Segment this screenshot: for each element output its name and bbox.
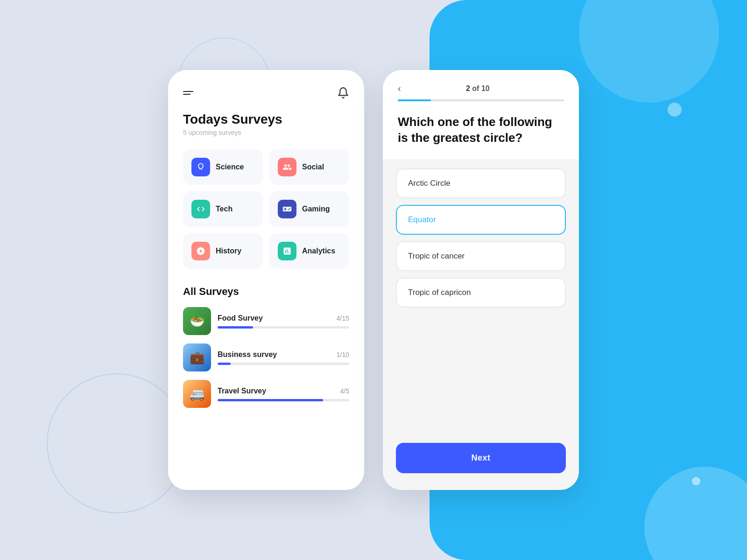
progress-label: 2 of 10 [406, 84, 550, 93]
option-tropic-capricorn[interactable]: Tropic of capricon [396, 278, 566, 308]
gaming-icon [278, 200, 296, 218]
travel-survey-name-row: Travel Survey 4/5 [218, 387, 349, 395]
food-progress-fill [218, 326, 253, 329]
travel-progress-fill [218, 399, 323, 401]
food-survey-info: Food Survey 4/15 [218, 314, 349, 329]
option-tropic-cancer-label: Tropic of cancer [408, 252, 465, 260]
category-tech[interactable]: Tech [183, 191, 263, 227]
food-survey-count: 4/15 [337, 315, 349, 322]
category-science-label: Science [216, 163, 244, 171]
category-social-label: Social [302, 163, 324, 171]
business-progress-fill [218, 363, 231, 365]
progress-of: of [472, 84, 479, 92]
quiz-question: Which one of the following is the greate… [398, 114, 564, 146]
survey-item-food[interactable]: 🥗 Food Survey 4/15 [183, 307, 349, 335]
phone-header [183, 87, 349, 99]
next-button[interactable]: Next [396, 443, 566, 473]
progress-total: 10 [481, 84, 490, 92]
categories-grid: Science Social Tech Gaming [183, 149, 349, 269]
food-survey-name: Food Survey [218, 314, 263, 322]
business-survey-info: Business survey 1/10 [218, 350, 349, 365]
bg-deco-circle-mid2 [692, 477, 700, 485]
tech-icon [191, 200, 210, 218]
survey-list: 🥗 Food Survey 4/15 💼 Business survey [183, 307, 349, 408]
all-surveys-title: All Surveys [183, 286, 349, 298]
food-survey-name-row: Food Survey 4/15 [218, 314, 349, 322]
category-history-label: History [216, 247, 241, 255]
progress-current: 2 [466, 84, 470, 92]
business-survey-name-row: Business survey 1/10 [218, 350, 349, 359]
analytics-icon [278, 242, 296, 260]
option-arctic-label: Arctic Circle [408, 179, 451, 188]
travel-survey-info: Travel Survey 4/5 [218, 387, 349, 401]
option-arctic-circle[interactable]: Arctic Circle [396, 168, 566, 198]
category-analytics[interactable]: Analytics [269, 233, 349, 269]
quiz-question-area: Which one of the following is the greate… [383, 101, 579, 159]
business-survey-count: 1/10 [337, 351, 349, 358]
option-equator[interactable]: Equator [396, 205, 566, 235]
history-icon [191, 242, 210, 260]
back-button[interactable]: ‹ [398, 83, 401, 94]
survey-item-business[interactable]: 💼 Business survey 1/10 [183, 343, 349, 371]
category-gaming[interactable]: Gaming [269, 191, 349, 227]
quiz-footer: Next [383, 435, 579, 490]
social-icon [278, 158, 296, 176]
category-science[interactable]: Science [183, 149, 263, 185]
todays-surveys-subtitle: 5 upcoming surveys [183, 129, 349, 136]
quiz-options-area: Arctic Circle Equator Tropic of cancer T… [383, 159, 579, 435]
option-tropic-cancer[interactable]: Tropic of cancer [396, 241, 566, 271]
category-tech-label: Tech [216, 205, 233, 213]
menu-icon[interactable] [183, 91, 193, 95]
quiz-header: ‹ 2 of 10 [383, 70, 579, 101]
science-icon [191, 158, 210, 176]
quiz-nav-row: ‹ 2 of 10 [398, 83, 564, 94]
survey-item-travel[interactable]: 🚐 Travel Survey 4/5 [183, 380, 349, 408]
travel-survey-count: 4/5 [340, 387, 349, 395]
food-survey-thumb: 🥗 [183, 307, 211, 335]
travel-survey-name: Travel Survey [218, 387, 266, 395]
category-analytics-label: Analytics [302, 247, 335, 255]
category-social[interactable]: Social [269, 149, 349, 185]
notification-icon[interactable] [337, 87, 349, 99]
option-equator-label: Equator [408, 215, 436, 224]
phones-wrapper: Todays Surveys 5 upcoming surveys Scienc… [168, 70, 579, 490]
category-history[interactable]: History [183, 233, 263, 269]
right-phone: ‹ 2 of 10 Which one of the following is … [383, 70, 579, 490]
category-gaming-label: Gaming [302, 205, 330, 213]
business-progress-bg [218, 363, 349, 365]
left-phone: Todays Surveys 5 upcoming surveys Scienc… [168, 70, 364, 490]
business-survey-name: Business survey [218, 350, 277, 359]
bg-curve-left [47, 373, 187, 513]
bg-deco-circle-mid [668, 103, 682, 117]
travel-progress-bg [218, 399, 349, 401]
option-tropic-capricorn-label: Tropic of capricon [408, 288, 471, 297]
business-survey-thumb: 💼 [183, 343, 211, 371]
travel-survey-thumb: 🚐 [183, 380, 211, 408]
todays-surveys-title: Todays Surveys [183, 112, 349, 127]
food-progress-bg [218, 326, 349, 329]
